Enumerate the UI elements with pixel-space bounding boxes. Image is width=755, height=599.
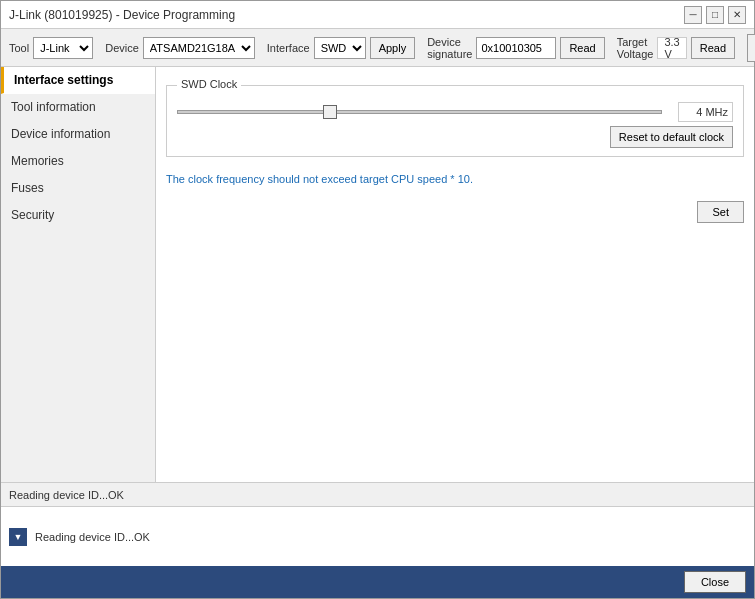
sidebar: Interface settings Tool information Devi… [1,67,156,482]
gear-button[interactable]: ⚙ [747,34,755,62]
tool-label: Tool [9,42,29,54]
sidebar-item-tool-information[interactable]: Tool information [1,94,155,121]
sidebar-item-label: Fuses [11,181,44,195]
interface-group: Interface SWD Apply [267,37,415,59]
clock-info-text: The clock frequency should not exceed ta… [166,173,744,185]
sidebar-item-label: Tool information [11,100,96,114]
sidebar-item-fuses[interactable]: Fuses [1,175,155,202]
maximize-button[interactable]: □ [706,6,724,24]
footer-bar: Close [1,566,754,598]
clock-slider-thumb[interactable] [323,105,337,119]
bottom-panel: ▼ Reading device ID...OK [1,506,754,566]
title-bar: J-Link (801019925) - Device Programming … [1,1,754,29]
device-signature-group: Device signature Read [427,36,605,60]
expand-icon: ▼ [14,532,23,542]
set-button[interactable]: Set [697,201,744,223]
clock-frequency-value: 4 MHz [678,102,733,122]
device-group: Device ATSAMD21G18A [105,37,255,59]
sidebar-item-label: Security [11,208,54,222]
minimize-button[interactable]: ─ [684,6,702,24]
target-voltage-value: 3.3 V [657,37,686,59]
status-bar: Reading device ID...OK [1,482,754,506]
title-controls: ─ □ ✕ [684,6,746,24]
sidebar-item-label: Device information [11,127,110,141]
sidebar-item-device-information[interactable]: Device information [1,121,155,148]
apply-button[interactable]: Apply [370,37,416,59]
clock-slider-row: 4 MHz [177,102,733,122]
target-voltage-group: Target Voltage 3.3 V Read [617,36,735,60]
set-btn-row: Set [166,201,744,223]
device-select[interactable]: ATSAMD21G18A [143,37,255,59]
main-content: Interface settings Tool information Devi… [1,67,754,482]
expand-button[interactable]: ▼ [9,528,27,546]
close-button[interactable]: Close [684,571,746,593]
reset-btn-row: Reset to default clock [177,126,733,148]
device-signature-input[interactable] [476,37,556,59]
main-window: J-Link (801019925) - Device Programming … [0,0,755,599]
read2-button[interactable]: Read [691,37,735,59]
sidebar-item-label: Memories [11,154,64,168]
reset-to-default-button[interactable]: Reset to default clock [610,126,733,148]
window-close-button[interactable]: ✕ [728,6,746,24]
device-signature-label: Device signature [427,36,472,60]
target-voltage-label: Target Voltage [617,36,654,60]
sidebar-item-memories[interactable]: Memories [1,148,155,175]
sidebar-item-label: Interface settings [14,73,113,87]
tool-group: Tool J-Link [9,37,93,59]
status-message: Reading device ID...OK [9,489,124,501]
interface-select[interactable]: SWD [314,37,366,59]
bottom-message: Reading device ID...OK [35,531,150,543]
read1-button[interactable]: Read [560,37,604,59]
swd-clock-group: SWD Clock 4 MHz Reset to default clock [166,85,744,157]
tool-select[interactable]: J-Link [33,37,93,59]
toolbar: Tool J-Link Device ATSAMD21G18A Interfac… [1,29,754,67]
sidebar-item-security[interactable]: Security [1,202,155,229]
toolbar-icons: ⚙ [747,34,755,62]
content-area: SWD Clock 4 MHz Reset to default clock T… [156,67,754,482]
interface-label: Interface [267,42,310,54]
device-label: Device [105,42,139,54]
clock-slider-track[interactable] [177,110,662,114]
swd-clock-legend: SWD Clock [177,78,241,90]
window-title: J-Link (801019925) - Device Programming [9,8,235,22]
sidebar-item-interface-settings[interactable]: Interface settings [1,67,155,94]
